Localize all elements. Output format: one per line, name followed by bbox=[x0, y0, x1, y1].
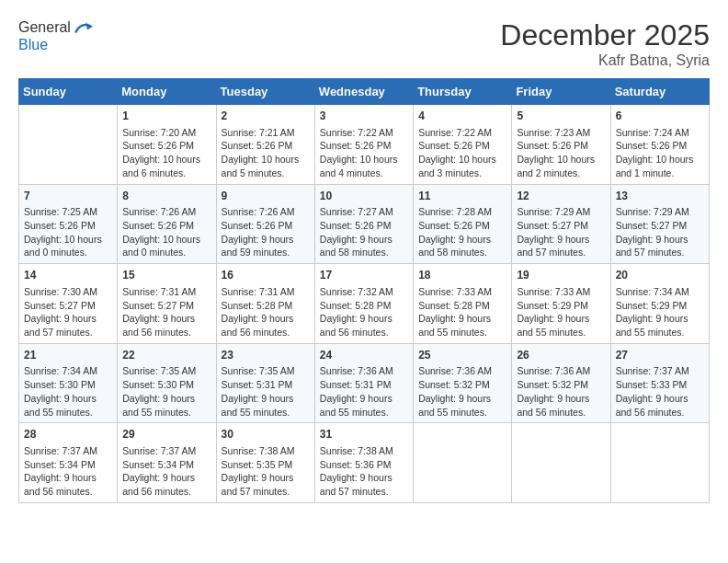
table-row: 18Sunrise: 7:33 AMSunset: 5:28 PMDayligh… bbox=[414, 264, 512, 344]
col-tuesday: Tuesday bbox=[216, 79, 314, 105]
table-row: 27Sunrise: 7:37 AMSunset: 5:33 PMDayligh… bbox=[610, 343, 709, 423]
table-row: 20Sunrise: 7:34 AMSunset: 5:29 PMDayligh… bbox=[610, 264, 709, 344]
day-number: 20 bbox=[616, 268, 704, 283]
table-row: 28Sunrise: 7:37 AMSunset: 5:34 PMDayligh… bbox=[19, 423, 118, 503]
month-year-title: December 2025 bbox=[500, 18, 710, 52]
table-row: 24Sunrise: 7:36 AMSunset: 5:31 PMDayligh… bbox=[314, 343, 413, 423]
table-row: 4Sunrise: 7:22 AMSunset: 5:26 PMDaylight… bbox=[414, 105, 512, 185]
day-number: 31 bbox=[320, 427, 408, 442]
table-row: 25Sunrise: 7:36 AMSunset: 5:32 PMDayligh… bbox=[414, 343, 512, 423]
day-info: Sunrise: 7:35 AMSunset: 5:30 PMDaylight:… bbox=[122, 364, 210, 419]
calendar-header-row: Sunday Monday Tuesday Wednesday Thursday… bbox=[19, 79, 710, 105]
calendar-week-row: 21Sunrise: 7:34 AMSunset: 5:30 PMDayligh… bbox=[19, 343, 710, 423]
table-row bbox=[414, 423, 512, 503]
day-info: Sunrise: 7:34 AMSunset: 5:30 PMDaylight:… bbox=[24, 364, 112, 419]
day-number: 26 bbox=[517, 348, 605, 363]
title-block: December 2025 Kafr Batna, Syria bbox=[500, 18, 710, 69]
day-info: Sunrise: 7:26 AMSunset: 5:26 PMDaylight:… bbox=[222, 205, 310, 259]
table-row: 17Sunrise: 7:32 AMSunset: 5:28 PMDayligh… bbox=[314, 264, 413, 344]
day-number: 9 bbox=[222, 189, 310, 204]
logo: General Blue bbox=[18, 18, 95, 53]
day-number: 12 bbox=[517, 189, 605, 204]
day-number: 13 bbox=[616, 189, 704, 204]
table-row: 5Sunrise: 7:23 AMSunset: 5:26 PMDaylight… bbox=[512, 105, 610, 185]
calendar-week-row: 28Sunrise: 7:37 AMSunset: 5:34 PMDayligh… bbox=[19, 423, 710, 503]
table-row: 19Sunrise: 7:33 AMSunset: 5:29 PMDayligh… bbox=[512, 264, 610, 344]
day-info: Sunrise: 7:31 AMSunset: 5:27 PMDaylight:… bbox=[122, 285, 210, 339]
day-info: Sunrise: 7:27 AMSunset: 5:26 PMDaylight:… bbox=[320, 205, 408, 259]
table-row: 16Sunrise: 7:31 AMSunset: 5:28 PMDayligh… bbox=[216, 264, 314, 344]
day-info: Sunrise: 7:30 AMSunset: 5:27 PMDaylight:… bbox=[24, 285, 112, 339]
day-number: 5 bbox=[517, 109, 605, 124]
day-number: 8 bbox=[122, 189, 210, 204]
table-row: 29Sunrise: 7:37 AMSunset: 5:34 PMDayligh… bbox=[118, 423, 216, 503]
table-row: 15Sunrise: 7:31 AMSunset: 5:27 PMDayligh… bbox=[118, 264, 216, 344]
table-row: 6Sunrise: 7:24 AMSunset: 5:26 PMDaylight… bbox=[610, 105, 709, 185]
table-row bbox=[512, 423, 610, 503]
day-info: Sunrise: 7:36 AMSunset: 5:31 PMDaylight:… bbox=[320, 364, 408, 419]
table-row: 3Sunrise: 7:22 AMSunset: 5:26 PMDaylight… bbox=[314, 105, 413, 185]
day-info: Sunrise: 7:34 AMSunset: 5:29 PMDaylight:… bbox=[616, 285, 704, 339]
day-info: Sunrise: 7:28 AMSunset: 5:26 PMDaylight:… bbox=[418, 205, 506, 259]
day-number: 19 bbox=[517, 268, 605, 283]
table-row: 13Sunrise: 7:29 AMSunset: 5:27 PMDayligh… bbox=[610, 184, 709, 264]
col-sunday: Sunday bbox=[19, 79, 118, 105]
day-info: Sunrise: 7:33 AMSunset: 5:28 PMDaylight:… bbox=[418, 285, 506, 339]
day-number: 1 bbox=[122, 109, 210, 124]
table-row bbox=[610, 423, 709, 503]
logo-general-text: General bbox=[18, 19, 71, 36]
day-number: 2 bbox=[222, 109, 310, 124]
day-number: 23 bbox=[222, 348, 310, 363]
location-subtitle: Kafr Batna, Syria bbox=[500, 52, 710, 69]
day-info: Sunrise: 7:31 AMSunset: 5:28 PMDaylight:… bbox=[222, 285, 310, 339]
day-number: 16 bbox=[222, 268, 310, 283]
day-info: Sunrise: 7:24 AMSunset: 5:26 PMDaylight:… bbox=[616, 126, 704, 180]
day-number: 29 bbox=[122, 427, 210, 442]
day-number: 11 bbox=[418, 189, 506, 204]
table-row: 9Sunrise: 7:26 AMSunset: 5:26 PMDaylight… bbox=[216, 184, 314, 264]
table-row: 22Sunrise: 7:35 AMSunset: 5:30 PMDayligh… bbox=[118, 343, 216, 423]
calendar-week-row: 14Sunrise: 7:30 AMSunset: 5:27 PMDayligh… bbox=[19, 264, 710, 344]
day-number: 18 bbox=[418, 268, 506, 283]
day-number: 4 bbox=[418, 109, 506, 124]
table-row: 8Sunrise: 7:26 AMSunset: 5:26 PMDaylight… bbox=[118, 184, 216, 264]
day-info: Sunrise: 7:20 AMSunset: 5:26 PMDaylight:… bbox=[122, 126, 210, 180]
table-row: 1Sunrise: 7:20 AMSunset: 5:26 PMDaylight… bbox=[118, 105, 216, 185]
logo-icon bbox=[73, 18, 95, 37]
page-header: General Blue December 2025 Kafr Batna, S… bbox=[18, 18, 710, 69]
col-friday: Friday bbox=[512, 79, 610, 105]
day-info: Sunrise: 7:32 AMSunset: 5:28 PMDaylight:… bbox=[320, 285, 408, 339]
day-number: 21 bbox=[24, 348, 112, 363]
day-number: 30 bbox=[222, 427, 310, 442]
table-row: 26Sunrise: 7:36 AMSunset: 5:32 PMDayligh… bbox=[512, 343, 610, 423]
calendar-table: Sunday Monday Tuesday Wednesday Thursday… bbox=[18, 78, 710, 503]
day-number: 15 bbox=[122, 268, 210, 283]
day-info: Sunrise: 7:36 AMSunset: 5:32 PMDaylight:… bbox=[418, 364, 506, 419]
day-number: 27 bbox=[616, 348, 704, 363]
day-info: Sunrise: 7:22 AMSunset: 5:26 PMDaylight:… bbox=[418, 126, 506, 180]
day-info: Sunrise: 7:25 AMSunset: 5:26 PMDaylight:… bbox=[24, 205, 112, 259]
day-info: Sunrise: 7:23 AMSunset: 5:26 PMDaylight:… bbox=[517, 126, 605, 180]
day-info: Sunrise: 7:37 AMSunset: 5:34 PMDaylight:… bbox=[24, 444, 112, 499]
day-number: 25 bbox=[418, 348, 506, 363]
logo-blue-text: Blue bbox=[18, 37, 95, 53]
day-number: 17 bbox=[320, 268, 408, 283]
table-row: 2Sunrise: 7:21 AMSunset: 5:26 PMDaylight… bbox=[216, 105, 314, 185]
day-number: 28 bbox=[24, 427, 112, 442]
col-saturday: Saturday bbox=[610, 79, 709, 105]
calendar-week-row: 7Sunrise: 7:25 AMSunset: 5:26 PMDaylight… bbox=[19, 184, 710, 264]
table-row: 11Sunrise: 7:28 AMSunset: 5:26 PMDayligh… bbox=[414, 184, 512, 264]
table-row: 31Sunrise: 7:38 AMSunset: 5:36 PMDayligh… bbox=[314, 423, 413, 503]
table-row: 14Sunrise: 7:30 AMSunset: 5:27 PMDayligh… bbox=[19, 264, 118, 344]
col-wednesday: Wednesday bbox=[314, 79, 413, 105]
day-number: 3 bbox=[320, 109, 408, 124]
day-info: Sunrise: 7:35 AMSunset: 5:31 PMDaylight:… bbox=[222, 364, 310, 419]
col-monday: Monday bbox=[118, 79, 216, 105]
day-info: Sunrise: 7:21 AMSunset: 5:26 PMDaylight:… bbox=[222, 126, 310, 180]
day-info: Sunrise: 7:38 AMSunset: 5:35 PMDaylight:… bbox=[222, 444, 310, 499]
day-info: Sunrise: 7:26 AMSunset: 5:26 PMDaylight:… bbox=[122, 205, 210, 259]
day-number: 7 bbox=[24, 189, 112, 204]
table-row: 23Sunrise: 7:35 AMSunset: 5:31 PMDayligh… bbox=[216, 343, 314, 423]
col-thursday: Thursday bbox=[414, 79, 512, 105]
day-number: 22 bbox=[122, 348, 210, 363]
